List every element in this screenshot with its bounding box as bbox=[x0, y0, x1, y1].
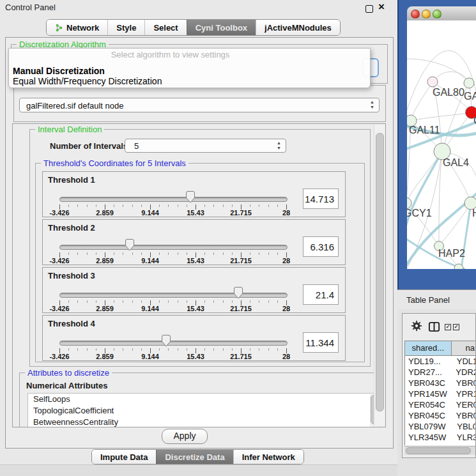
table-row[interactable]: YIL052CYIL0 bbox=[405, 443, 476, 445]
bottom-strip bbox=[0, 464, 397, 476]
tab-label: jActiveMNodules bbox=[265, 23, 332, 33]
attribute-list-item[interactable]: SelfLoops bbox=[28, 394, 378, 405]
table-cell[interactable]: YDL1 bbox=[457, 356, 476, 367]
threshold-slider-handle[interactable] bbox=[161, 335, 171, 347]
table-cell[interactable]: YDR2 bbox=[456, 367, 476, 378]
dropdown-option-equal-width[interactable]: Equal Width/Frequency Discretization bbox=[13, 76, 162, 86]
slider-tick-labels: -3.4262.8599.14415.4321.71528 bbox=[43, 209, 345, 217]
network-window-titlebar[interactable] bbox=[407, 6, 476, 21]
tab-network[interactable]: Network bbox=[47, 20, 107, 35]
table-cell[interactable]: YIL052C bbox=[405, 443, 459, 445]
column-header-shared[interactable]: shared... bbox=[404, 341, 452, 356]
table-row[interactable]: YDR27...YDR2 bbox=[405, 367, 476, 378]
num-intervals-value: 5 bbox=[134, 141, 139, 151]
table-cell[interactable]: YLR3 bbox=[457, 432, 476, 443]
tab-jactivemnodules[interactable]: jActiveMNodules bbox=[256, 20, 340, 35]
horizontal-scrollbar[interactable] bbox=[404, 446, 476, 455]
tick-label: 28 bbox=[282, 257, 290, 265]
close-icon[interactable]: × bbox=[378, 1, 385, 13]
network-canvas[interactable]: GAL80GALCGAL11GAL4GCY1HHAP2 bbox=[407, 20, 476, 269]
scrollbar-thumb[interactable] bbox=[376, 133, 384, 411]
threshold-slider[interactable] bbox=[59, 293, 288, 298]
table-data-selected-value: galFiltered.sif default node bbox=[26, 101, 123, 111]
control-panel: Control Panel × Network Style Select Cyn… bbox=[0, 0, 397, 476]
threshold-slider[interactable] bbox=[59, 245, 288, 250]
threshold-slider[interactable] bbox=[59, 197, 288, 202]
table-data-groupbox: Table Data galFiltered.sif default node … bbox=[13, 85, 386, 122]
tick-label: 2.859 bbox=[96, 257, 114, 265]
checkbox-icon[interactable]: ✓ bbox=[453, 324, 459, 330]
threshold-value-field[interactable]: 21.4 bbox=[303, 284, 339, 305]
tab-discretize-data[interactable]: Discretize Data bbox=[156, 450, 233, 464]
tab-label: Style bbox=[116, 23, 136, 33]
threshold-slider-handle[interactable] bbox=[233, 287, 243, 299]
minimize-traffic-light-icon[interactable] bbox=[422, 10, 431, 19]
num-intervals-label: Number of Intervals bbox=[50, 141, 128, 151]
threshold-value-field[interactable]: 6.316 bbox=[303, 236, 339, 257]
table-cell[interactable]: YIL0 bbox=[459, 443, 476, 445]
apply-button[interactable]: Apply bbox=[162, 429, 208, 444]
network-graph[interactable] bbox=[407, 20, 476, 269]
table-row[interactable]: YPR145WYPR1 bbox=[405, 388, 476, 399]
thresholds-list: Threshold 1 -3.4262.8599.14415.4321.7152… bbox=[42, 171, 346, 363]
table-row[interactable]: YLR345WYLR3 bbox=[405, 432, 476, 443]
table-cell[interactable]: YBR0 bbox=[456, 378, 476, 388]
attribute-list-item[interactable]: TopologicalCoefficient bbox=[28, 405, 378, 417]
tab-impute-data[interactable]: Impute Data bbox=[92, 450, 156, 464]
table-cell[interactable]: YBL0 bbox=[457, 421, 476, 432]
vertical-scrollbar[interactable] bbox=[374, 125, 385, 426]
float-window-icon[interactable] bbox=[365, 5, 373, 13]
threshold-value-field[interactable]: 14.713 bbox=[303, 188, 339, 209]
table-cell[interactable]: YPR1 bbox=[456, 388, 476, 399]
tab-infer-network[interactable]: Infer Network bbox=[233, 450, 303, 464]
table-cell[interactable]: YBR0 bbox=[456, 410, 476, 421]
threshold-slider-handle[interactable] bbox=[185, 191, 196, 203]
table-row[interactable]: YER054CYER0 bbox=[405, 399, 476, 410]
table-cell[interactable]: YBR045C bbox=[405, 410, 456, 421]
tab-style[interactable]: Style bbox=[107, 20, 144, 35]
table-cell[interactable]: YDL19... bbox=[405, 356, 457, 367]
spinner-arrows-icon: ▲▼ bbox=[277, 141, 281, 151]
threshold-value-field[interactable]: 11.344 bbox=[303, 332, 339, 353]
network-node bbox=[427, 77, 438, 87]
algorithm-dropdown-popup: Select algorithm to view settings Manual… bbox=[8, 48, 371, 88]
control-panel-titlebar: Control Panel × bbox=[0, 0, 397, 15]
network-node-label: H bbox=[472, 208, 476, 219]
table-row[interactable]: YBL079WYBL0 bbox=[405, 421, 476, 432]
table-cell[interactable]: YLR345W bbox=[405, 432, 457, 443]
tick-label: -3.426 bbox=[49, 305, 69, 312]
table-row[interactable]: YDL19...YDL1 bbox=[405, 356, 476, 367]
table-cell[interactable]: YPR145W bbox=[405, 388, 456, 399]
threshold-label: Threshold 4 bbox=[48, 319, 95, 328]
table-cell[interactable]: YER054C bbox=[405, 399, 456, 410]
network-node-label: GAL80 bbox=[433, 87, 464, 98]
table-cell[interactable]: YBR043C bbox=[405, 378, 456, 388]
table-cell[interactable]: YBL079W bbox=[405, 421, 457, 432]
threshold-slider-handle[interactable] bbox=[125, 239, 135, 251]
threshold-label: Threshold 1 bbox=[48, 175, 95, 185]
table-cell[interactable]: YDR27... bbox=[405, 367, 456, 378]
table-row[interactable]: YBR045CYBR0 bbox=[405, 410, 476, 421]
close-traffic-light-icon[interactable] bbox=[411, 10, 420, 19]
threshold-slider[interactable] bbox=[59, 341, 288, 346]
tab-cyni-toolbox[interactable]: Cyni Toolbox bbox=[187, 20, 256, 35]
attribute-list-item[interactable]: BetweennessCentrality bbox=[28, 417, 378, 427]
tick-label: -3.426 bbox=[49, 257, 69, 265]
panel-title: Control Panel bbox=[5, 3, 56, 12]
table-data-combobox[interactable]: galFiltered.sif default node ▲▼ bbox=[19, 98, 380, 112]
split-columns-icon[interactable] bbox=[428, 321, 440, 333]
zoom-traffic-light-icon[interactable] bbox=[433, 10, 441, 19]
attributes-groupbox: Attributes to discretize Numerical Attri… bbox=[19, 372, 378, 427]
table-cell[interactable]: YER0 bbox=[456, 399, 476, 410]
checkbox-icon[interactable]: ✓ bbox=[445, 324, 451, 330]
tick-label: -3.426 bbox=[49, 209, 69, 217]
table-row[interactable]: YBR043CYBR0 bbox=[405, 378, 476, 388]
scrollbar-thumb[interactable] bbox=[406, 447, 471, 454]
threshold-panel: Threshold 4 -3.4262.8599.14415.4321.7152… bbox=[42, 315, 346, 361]
tab-select[interactable]: Select bbox=[144, 20, 186, 35]
gear-icon[interactable] bbox=[411, 320, 422, 332]
dropdown-option-manual[interactable]: Manual Discretization bbox=[13, 66, 105, 76]
num-intervals-spinner[interactable]: 5 ▲▼ bbox=[125, 139, 286, 153]
numerical-attributes-list[interactable]: SelfLoopsTopologicalCoefficientBetweenne… bbox=[27, 393, 379, 427]
column-header-name[interactable]: na bbox=[452, 341, 476, 356]
